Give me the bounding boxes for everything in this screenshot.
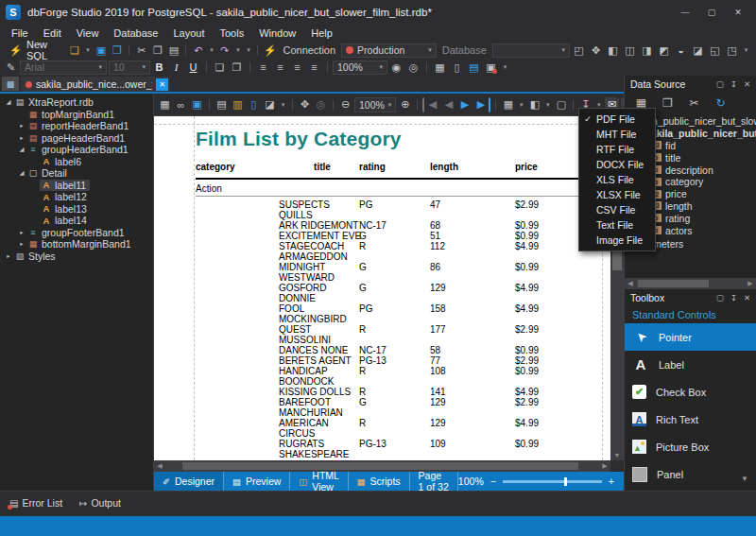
output-button[interactable]: ↦ Output [76, 496, 125, 510]
tree-item[interactable]: A label6 [0, 156, 153, 168]
document-list-icon[interactable]: ▩ [2, 77, 19, 91]
separator[interactable] [292, 99, 293, 111]
tree-expander-icon[interactable]: ▸ [17, 240, 26, 248]
edit-query-icon[interactable]: ✂ [687, 95, 701, 111]
italic-button[interactable]: I [169, 60, 183, 75]
align-centers-icon[interactable]: ◫ [623, 43, 637, 58]
separator[interactable] [333, 99, 334, 111]
undo-dropdown-icon[interactable]: ▾ [207, 43, 215, 58]
zoom-out-icon[interactable]: ⊖ [338, 97, 352, 112]
scroll-right-icon[interactable]: ▶ [745, 278, 756, 289]
menu-item[interactable]: Tools [212, 26, 251, 41]
toolbox-item[interactable]: ➤ Pointer [625, 323, 756, 351]
separator[interactable] [185, 44, 186, 56]
first-page-icon[interactable]: ◀ [422, 97, 439, 112]
watermark-icon[interactable]: ▢ [554, 97, 568, 112]
bold-button[interactable]: B [152, 60, 166, 75]
view-mode-tab[interactable]: ▤ Preview [224, 472, 290, 491]
align-text-left-icon[interactable]: ≡ [256, 60, 270, 75]
view-mode-tab[interactable]: ◫ HTML View [290, 472, 348, 491]
next-page-icon[interactable]: ▶ [457, 97, 472, 112]
zoom-select[interactable]: 100% ▾ [333, 61, 387, 75]
page-color-dropdown-icon[interactable]: ▾ [543, 97, 552, 112]
make-same-size-icon[interactable]: ◰ [572, 43, 586, 58]
export-menu-item[interactable]: ✓ Text File [579, 217, 655, 233]
database-select[interactable]: ▾ [492, 43, 570, 58]
toolbox-item[interactable]: ▲ Picture Box [625, 433, 756, 460]
menu-item[interactable]: Layout [165, 26, 212, 41]
tree-item[interactable]: ◢ ≡ groupHeaderBand1 [0, 144, 153, 156]
close-panel-icon[interactable]: ✕ [744, 293, 750, 303]
scale-icon[interactable]: ◪ [263, 97, 277, 112]
thumbnails-icon[interactable]: ▦ [158, 97, 172, 112]
align-middles-icon[interactable]: ◒ [674, 43, 688, 58]
float-window-icon[interactable]: ▢ [716, 293, 724, 303]
format-overflow-icon[interactable]: ▾ [501, 60, 509, 75]
export-menu-item[interactable]: ✓ DOCX File [579, 157, 655, 172]
separator[interactable] [426, 61, 427, 73]
export-menu-item[interactable]: ✓ RTF File [579, 142, 655, 157]
cut-icon[interactable]: ✂ [134, 43, 148, 58]
separator[interactable] [495, 99, 496, 111]
align-text-justify-icon[interactable]: ≡ [307, 60, 321, 75]
preview-zoom-select[interactable]: 100% ▾ [354, 97, 396, 112]
export-menu-item[interactable]: ✓ MHT File [579, 127, 655, 142]
horizontal-scrollbar[interactable]: ◀ ▶ [154, 460, 610, 472]
zoom-in-tool-icon[interactable]: ◉ [389, 60, 404, 75]
tree-expander-icon[interactable]: ▸ [17, 229, 26, 236]
tree-expander-icon[interactable]: ◢ [17, 146, 26, 153]
zoom-in-button[interactable]: + [609, 475, 614, 487]
magnifier-icon[interactable]: ◎ [314, 97, 328, 112]
font-size-select[interactable]: 10 ▾ [109, 61, 150, 75]
separator[interactable] [129, 44, 129, 56]
undo-icon[interactable]: ↶ [191, 43, 205, 58]
export-menu-item[interactable]: ✓ CSV File [579, 202, 655, 217]
scroll-down-icon[interactable]: ▼ [610, 449, 624, 460]
quick-print-icon[interactable]: ▥ [231, 97, 245, 112]
maximize-icon[interactable]: ▢ [705, 8, 718, 17]
bring-forward-icon[interactable]: ❏ [213, 60, 227, 75]
align-lefts-icon[interactable]: ◧ [606, 43, 620, 58]
tree-item[interactable]: A label12 [0, 191, 153, 203]
align-tops-icon[interactable]: ◩ [657, 43, 671, 58]
minimize-icon[interactable]: — [679, 8, 692, 17]
redo-dropdown-icon[interactable]: ▾ [233, 43, 242, 58]
tree-item[interactable]: ▸ ▤ pageHeaderBand1 [0, 132, 153, 145]
tree-expander-icon[interactable]: ▸ [17, 122, 26, 130]
panel-horizontal-scrollbar[interactable]: ◀ ▶ [625, 278, 756, 289]
zoom-out-button[interactable]: − [490, 475, 496, 487]
zoom-in-icon[interactable]: ⊕ [398, 97, 412, 112]
scroll-left-icon[interactable]: ◀ [154, 460, 165, 472]
pin-icon[interactable]: ↧ [730, 79, 737, 89]
close-tab-icon[interactable]: ✕ [156, 78, 168, 91]
toolbar-overflow-icon[interactable]: ▾ [244, 43, 252, 58]
tree-expander-icon[interactable]: ▸ [4, 252, 13, 260]
menu-item[interactable]: Help [303, 26, 340, 41]
redo-icon[interactable]: ↷ [217, 43, 232, 58]
align-text-center-icon[interactable]: ≡ [273, 60, 287, 75]
rename-data-source-icon[interactable]: ❐ [661, 95, 675, 111]
export-menu-item[interactable]: ✓ Image File [579, 233, 655, 248]
paste-icon[interactable]: ▤ [166, 43, 180, 58]
scroll-right-icon[interactable]: ▶ [599, 460, 610, 472]
float-window-icon[interactable]: ▢ [716, 79, 724, 89]
zoom-slider[interactable] [503, 480, 602, 483]
scrollbar-thumb[interactable] [182, 462, 578, 470]
align-overflow-icon[interactable]: ▾ [742, 43, 750, 58]
toolbox-item[interactable]: A Rich Text [625, 406, 756, 433]
zoom-out-tool-icon[interactable]: ◎ [406, 60, 421, 75]
page-color-icon[interactable]: ◧ [527, 97, 541, 112]
tree-expander-icon[interactable]: ◢ [4, 98, 13, 106]
open-dropdown-icon[interactable]: ▾ [83, 43, 92, 58]
close-icon[interactable]: ✕ [731, 8, 745, 17]
toolbox-item[interactable]: Panel [625, 460, 756, 488]
tree-item[interactable]: ▸ ≡ groupFooterBand1 [0, 227, 153, 239]
export-menu-item[interactable]: ✓ XLSX File [579, 187, 655, 202]
prev-page-icon[interactable]: ◀ [441, 97, 455, 112]
zoom-slider-thumb[interactable] [564, 477, 567, 486]
menu-item[interactable]: View [69, 26, 107, 41]
multiple-pages-dropdown-icon[interactable]: ▾ [517, 97, 525, 112]
separator[interactable] [573, 99, 574, 111]
scale-dropdown-icon[interactable]: ▾ [279, 97, 287, 112]
style-editor-icon[interactable]: ✎ [4, 60, 18, 75]
